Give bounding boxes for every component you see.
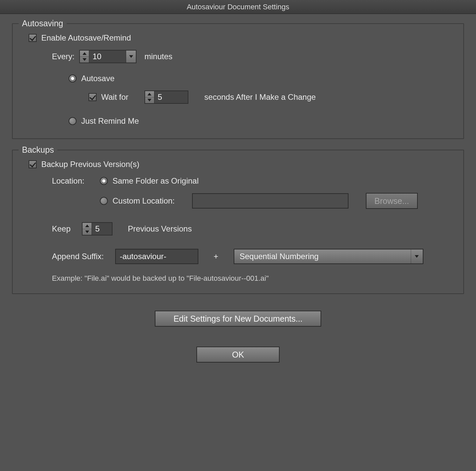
window-title: Autosaviour Document Settings <box>187 3 289 11</box>
ok-button[interactable]: OK <box>196 347 280 363</box>
same-folder-radio[interactable] <box>100 177 108 185</box>
keep-label: Keep <box>52 224 71 234</box>
enable-backup-checkbox[interactable] <box>29 160 37 168</box>
mode-autosave-radio[interactable] <box>69 75 77 82</box>
backups-legend: Backups <box>19 145 57 155</box>
numbering-select[interactable]: Sequential Numbering <box>234 249 423 264</box>
enable-autosave-label: Enable Autosave/Remind <box>41 33 131 43</box>
wait-for-value[interactable]: 5 <box>154 91 188 103</box>
window-titlebar: Autosaviour Document Settings <box>0 0 476 14</box>
wait-for-stepper[interactable]: 5 <box>144 90 188 104</box>
mode-remind-label: Just Remind Me <box>81 116 139 126</box>
keep-suffix: Previous Versions <box>128 224 192 234</box>
edit-defaults-button[interactable]: Edit Settings for New Documents... <box>155 311 321 327</box>
chevron-down-icon[interactable] <box>411 249 423 263</box>
example-text: Example: "File.ai" would be backed up to… <box>52 274 269 283</box>
enable-autosave-checkbox[interactable] <box>29 34 37 42</box>
location-label: Location: <box>52 176 95 186</box>
keep-step-down[interactable] <box>83 229 92 235</box>
append-suffix-input[interactable]: -autosaviour- <box>115 249 198 264</box>
mode-autosave-label: Autosave <box>81 74 115 83</box>
every-label: Every: <box>52 52 75 61</box>
wait-for-step-up[interactable] <box>145 91 154 97</box>
keep-step-up[interactable] <box>83 223 92 229</box>
numbering-select-label: Sequential Numbering <box>234 249 411 263</box>
append-suffix-label: Append Suffix: <box>52 252 104 261</box>
browse-button[interactable]: Browse... <box>366 193 418 209</box>
keep-value[interactable]: 5 <box>92 223 112 235</box>
every-stepper[interactable]: 10 <box>79 50 136 63</box>
every-unit: minutes <box>144 52 172 61</box>
keep-stepper[interactable]: 5 <box>82 222 113 236</box>
same-folder-label: Same Folder as Original <box>113 176 199 186</box>
wait-for-checkbox[interactable] <box>89 93 97 101</box>
custom-location-input[interactable] <box>192 193 349 209</box>
custom-location-radio[interactable] <box>100 197 108 205</box>
every-dropdown[interactable] <box>126 51 136 63</box>
mode-remind-radio[interactable] <box>69 117 77 125</box>
append-plus: + <box>214 252 218 261</box>
wait-for-suffix: seconds After I Make a Change <box>204 92 316 102</box>
every-step-down[interactable] <box>80 57 89 63</box>
custom-location-label: Custom Location: <box>113 196 175 206</box>
enable-backup-label: Backup Previous Version(s) <box>41 160 139 169</box>
every-step-up[interactable] <box>80 51 89 57</box>
backups-group: Backups Backup Previous Version(s) Locat… <box>12 150 464 294</box>
wait-for-step-down[interactable] <box>145 97 154 103</box>
autosaving-legend: Autosaving <box>19 19 67 28</box>
wait-for-label: Wait for <box>101 92 128 102</box>
every-value[interactable]: 10 <box>89 51 126 63</box>
autosaving-group: Autosaving Enable Autosave/Remind Every:… <box>12 23 464 139</box>
